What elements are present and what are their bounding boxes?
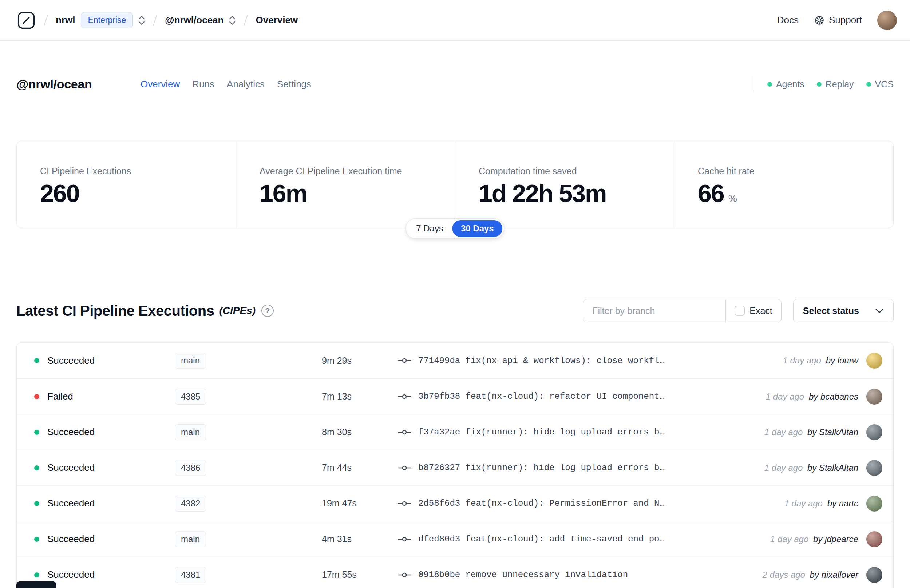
commit-cell: 3b79fb38 feat(nx-cloud): refactor UI com… [398,391,758,401]
stat-title: Average CI Pipeline Execution time [260,166,448,176]
indicator-agents[interactable]: Agents [767,79,805,89]
time-ago: 1 day ago [765,427,803,437]
duration: 7m 44s [322,462,398,473]
tab-overview[interactable]: Overview [141,79,180,90]
range-7-days-button[interactable]: 7 Days [407,220,452,237]
stat-suffix: % [728,193,737,204]
stat-card-ci-pipeline-executions: CI Pipeline Executions 260 [17,141,236,228]
table-row[interactable]: Failed 4385 7m 13s 3b79fb38 feat(nx-clou… [17,378,893,414]
chevron-updown-icon[interactable] [138,15,145,26]
avatar [866,567,883,583]
section-subtitle: (CIPEs) [219,305,255,317]
status-label: Succeeded [47,498,95,509]
section-title: Latest CI Pipeline Executions [16,303,214,319]
stat-number: 66 [698,179,724,207]
status-cell: Failed [17,391,175,402]
org-name: nrwl [56,15,75,26]
status-label: Succeeded [47,533,95,545]
avatar [866,389,883,405]
user-avatar[interactable] [877,11,897,30]
commit-message[interactable]: 771499da fix(nx-api & workflows): close … [418,356,665,366]
row-meta: 1 day ago by lourw [783,355,858,366]
branch-badge[interactable]: 4385 [175,389,206,405]
table-row[interactable]: Succeeded main 9m 29s 771499da fix(nx-ap… [17,343,893,378]
git-commit-icon [398,500,411,507]
branch-badge[interactable]: main [175,531,206,547]
row-meta: 1 day ago by nartc [784,499,858,509]
commit-message[interactable]: 0918b0be remove unnecessary invalidation [418,570,628,580]
table-row[interactable]: Succeeded 4386 7m 44s b8726327 fix(runne… [17,450,893,485]
indicator-replay[interactable]: Replay [817,79,854,89]
stat-card-average-execution-time: Average CI Pipeline Execution time 16m [236,141,455,228]
status-cell: Succeeded [17,426,175,438]
row-meta: 1 day ago by StalkAltan [765,463,858,473]
branch-cell: main [175,531,322,547]
time-ago: 1 day ago [765,463,803,473]
git-commit-icon [398,572,411,578]
status-label: Succeeded [47,569,95,580]
author: by jdpearce [813,534,858,544]
author: by StalkAltan [807,427,858,437]
branch-badge[interactable]: 4386 [175,460,206,476]
commit-cell: f37a32ae fix(runner): hide log upload er… [398,427,757,437]
author: by lourw [826,355,858,365]
breadcrumb-page: Overview [255,15,298,26]
avatar [866,424,883,440]
select-status-dropdown[interactable]: Select status [793,299,894,322]
stat-value: 16m [260,181,448,205]
exact-checkbox[interactable] [735,305,745,316]
breadcrumb-slash [153,15,157,26]
table-row[interactable]: Succeeded 4382 19m 47s 2d58f6d3 feat(nx-… [17,485,893,521]
range-30-days-button[interactable]: 30 Days [452,220,503,237]
author: by nixallover [810,570,858,580]
branch-badge[interactable]: main [175,424,206,440]
status-dot [34,394,39,399]
workspace-selector[interactable]: @nrwl/ocean [165,15,236,26]
git-commit-icon [398,536,411,543]
workspace-name: @nrwl/ocean [165,15,223,26]
commit-message[interactable]: dfed80d3 feat(nx-cloud): add time-saved … [418,534,665,544]
branch-filter-group: Exact [583,299,782,322]
branch-badge[interactable]: main [175,352,206,368]
stats-cards: CI Pipeline Executions 260 Average CI Pi… [16,141,894,228]
status-dot [34,501,39,506]
org-selector[interactable]: nrwl Enterprise [56,12,145,28]
stat-value: 260 [40,181,229,205]
commit-cell: 771499da fix(nx-api & workflows): close … [398,356,776,366]
help-icon[interactable]: ? [261,305,274,317]
table-row[interactable]: Succeeded 4381 17m 55s 0918b0be remove u… [17,557,893,588]
commit-message[interactable]: 2d58f6d3 feat(nx-cloud): PermissionError… [418,499,665,508]
duration: 17m 55s [322,569,398,580]
indicator-label: VCS [875,79,894,89]
indicator-vcs[interactable]: VCS [866,79,894,89]
branch-badge[interactable]: 4382 [175,496,206,512]
table-row[interactable]: Succeeded main 8m 30s f37a32ae fix(runne… [17,414,893,450]
tab-runs[interactable]: Runs [192,79,214,90]
status-dot [34,465,39,470]
vertical-divider [753,76,753,92]
tab-analytics[interactable]: Analytics [227,79,265,90]
bottom-widget[interactable] [16,582,57,588]
navbar-right: Docs Support [777,11,897,30]
table-row[interactable]: Succeeded main 4m 31s dfed80d3 feat(nx-c… [17,521,893,557]
page-title: @nrwl/ocean [16,77,141,91]
status-cell: Succeeded [17,569,175,580]
chevron-updown-icon[interactable] [229,15,236,26]
tab-settings[interactable]: Settings [277,79,311,90]
cipe-table: Succeeded main 9m 29s 771499da fix(nx-ap… [16,342,894,588]
exact-toggle[interactable]: Exact [726,305,781,316]
nx-logo[interactable] [16,11,36,30]
branch-cell: main [175,424,322,440]
docs-link[interactable]: Docs [777,15,798,26]
branch-filter-input[interactable] [583,299,726,322]
branch-cell: 4386 [175,460,322,476]
status-cell: Succeeded [17,462,175,473]
row-meta: 1 day ago by StalkAltan [765,427,858,437]
workspace-tabs: Overview Runs Analytics Settings [141,79,311,90]
branch-badge[interactable]: 4381 [175,567,206,583]
commit-message[interactable]: f37a32ae fix(runner): hide log upload er… [418,427,665,437]
commit-message[interactable]: b8726327 fix(runner): hide log upload er… [418,463,665,473]
row-meta: 2 days ago by nixallover [763,570,859,580]
commit-message[interactable]: 3b79fb38 feat(nx-cloud): refactor UI com… [418,391,665,401]
support-link[interactable]: Support [814,15,862,26]
